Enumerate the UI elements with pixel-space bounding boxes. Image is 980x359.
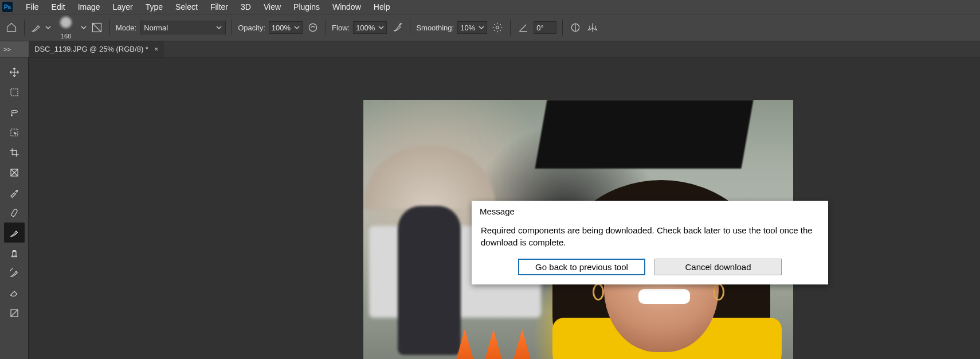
photo-placeholder (713, 283, 724, 301)
flow-value: 100% (356, 24, 375, 32)
separator (410, 19, 410, 36)
pressure-size-icon[interactable] (569, 21, 582, 34)
chevron-down-icon[interactable] (81, 24, 87, 32)
move-tool[interactable] (4, 62, 25, 82)
eraser-tool[interactable] (4, 283, 25, 303)
menu-filter[interactable]: Filter (204, 1, 234, 13)
work-area: Message Required components are being do… (0, 57, 980, 359)
go-back-button[interactable]: Go back to previous tool (518, 259, 645, 275)
photo-placeholder (593, 283, 604, 301)
document-tab-title: DSC_1139.JPG @ 25% (RGB/8) * (34, 45, 148, 53)
svg-point-3 (401, 24, 401, 24)
close-icon[interactable]: × (154, 45, 159, 53)
photo-placeholder (638, 289, 690, 304)
flow-label: Flow: (332, 24, 350, 32)
menu-bar: Ps File Edit Image Layer Type Select Fil… (0, 0, 980, 14)
separator (562, 19, 563, 36)
message-dialog: Message Required components are being do… (472, 201, 828, 284)
menu-layer[interactable]: Layer (107, 1, 139, 13)
chevron-down-icon (45, 24, 51, 32)
options-bar: 168 Mode: Normal Opacity: 100% Flow: 100… (0, 14, 980, 41)
blend-mode-value: Normal (144, 24, 168, 32)
chevron-down-icon (294, 24, 300, 32)
airbrush-icon[interactable] (390, 21, 404, 34)
brush-panel-toggle-icon[interactable] (90, 21, 104, 34)
menu-file[interactable]: File (19, 1, 45, 13)
menu-edit[interactable]: Edit (45, 1, 72, 13)
dialog-title: Message (472, 201, 828, 218)
svg-point-2 (400, 24, 401, 25)
angle-icon (516, 21, 530, 34)
flow-field[interactable]: 100% (353, 21, 387, 34)
menu-plugins[interactable]: Plugins (287, 1, 326, 13)
brush-preset-picker[interactable]: 168 (54, 14, 77, 41)
menu-type[interactable]: Type (139, 1, 169, 13)
smoothing-field[interactable]: 10% (457, 21, 487, 34)
menu-image[interactable]: Image (72, 1, 107, 13)
tabbar-expander[interactable]: >> (0, 41, 29, 57)
lasso-tool[interactable] (4, 102, 25, 122)
document-tab[interactable]: DSC_1139.JPG @ 25% (RGB/8) * × (29, 41, 164, 57)
dialog-button-row: Go back to previous tool Cancel download (472, 253, 828, 284)
smoothing-label: Smoothing: (416, 24, 454, 32)
healing-brush-tool[interactable] (4, 202, 25, 223)
photo-placeholder (535, 100, 753, 169)
gradient-tool[interactable] (4, 303, 25, 323)
clone-stamp-tool[interactable] (4, 243, 25, 263)
menu-help[interactable]: Help (367, 1, 397, 13)
angle-value: 0° (536, 24, 543, 32)
separator (510, 19, 511, 36)
object-selection-tool[interactable] (4, 122, 25, 142)
photo-placeholder (398, 206, 461, 355)
frame-tool[interactable] (4, 162, 25, 182)
menu-window[interactable]: Window (326, 1, 367, 13)
tools-panel (0, 57, 29, 359)
history-brush-tool[interactable] (4, 263, 25, 283)
angle-field[interactable]: 0° (534, 21, 556, 34)
svg-point-4 (496, 26, 499, 29)
opacity-value: 100% (272, 24, 291, 32)
chevron-down-icon (378, 24, 384, 32)
separator (109, 19, 110, 36)
cancel-download-button[interactable]: Cancel download (654, 259, 782, 275)
crop-tool[interactable] (4, 142, 25, 162)
canvas-area[interactable]: Message Required components are being do… (29, 57, 980, 359)
home-icon[interactable] (5, 21, 18, 34)
svg-rect-9 (11, 208, 18, 217)
svg-rect-6 (11, 89, 18, 96)
symmetry-icon[interactable] (586, 21, 599, 34)
separator (232, 19, 232, 36)
opacity-field[interactable]: 100% (269, 21, 303, 34)
chevron-down-icon (479, 24, 484, 32)
brush-size-label: 168 (61, 33, 71, 40)
document-tab-bar: >> DSC_1139.JPG @ 25% (RGB/8) * × (0, 41, 980, 57)
opacity-label: Opacity: (238, 24, 265, 32)
app-logo: Ps (2, 2, 13, 12)
eyedropper-tool[interactable] (4, 182, 25, 202)
chevron-down-icon (216, 24, 222, 32)
dialog-body: Required components are being downloaded… (472, 218, 828, 253)
mode-label: Mode: (116, 24, 136, 32)
separator (24, 19, 25, 36)
marquee-tool[interactable] (4, 82, 25, 102)
pressure-opacity-icon[interactable] (306, 21, 320, 34)
menu-3d[interactable]: 3D (234, 1, 257, 13)
brush-tool[interactable] (4, 223, 25, 243)
smoothing-value: 10% (460, 24, 475, 32)
separator (326, 19, 326, 36)
blend-mode-dropdown[interactable]: Normal (140, 21, 226, 34)
tool-preset-picker[interactable] (30, 14, 51, 41)
menu-view[interactable]: View (257, 1, 287, 13)
menu-select[interactable]: Select (169, 1, 204, 13)
smoothing-options-icon[interactable] (491, 21, 504, 34)
svg-point-1 (309, 24, 316, 31)
brush-preview-dot (60, 17, 72, 28)
